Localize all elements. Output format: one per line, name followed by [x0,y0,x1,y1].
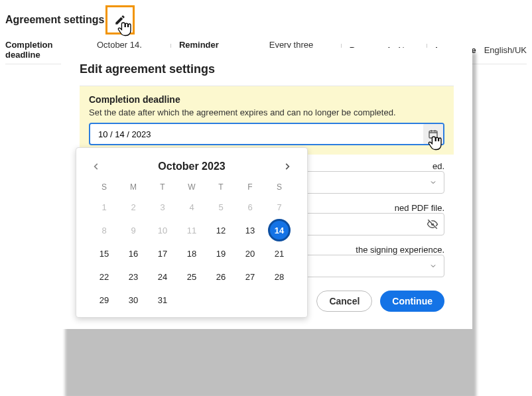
calendar-day: 10 [148,223,177,238]
chevron-down-icon [429,178,437,186]
calendar-day[interactable]: 31 [148,293,177,308]
cursor-hand-icon [117,19,135,38]
edit-agreement-button[interactable] [105,5,135,34]
calendar-day: 6 [235,200,265,215]
cancel-button[interactable]: Cancel [316,291,372,312]
calendar-dow: T [148,182,177,192]
calendar-day[interactable]: 12 [206,223,235,238]
calendar-day[interactable]: 24 [148,269,177,285]
deadline-label: Completion deadline [89,94,444,105]
calendar-dow: S [90,182,119,192]
calendar-day[interactable]: 19 [206,246,235,261]
calendar-day[interactable]: 27 [235,269,265,285]
calendar-day[interactable]: 18 [177,246,206,261]
calendar-day[interactable]: 20 [235,246,265,261]
calendar-day[interactable]: 23 [119,269,148,285]
calendar-day[interactable]: 30 [119,293,148,308]
calendar-day: 11 [177,223,206,238]
calendar-dow: M [119,182,148,192]
calendar-day[interactable]: 22 [90,269,119,285]
calendar-day[interactable]: 26 [206,269,235,285]
calendar-month-label: October 2023 [158,161,225,172]
calendar-day: 7 [265,200,294,215]
calendar-day: 3 [148,200,177,215]
calendar-day[interactable]: 28 [265,269,294,285]
chevron-down-icon [429,262,437,270]
calendar-day: 1 [90,200,119,215]
calendar-day[interactable]: 17 [148,246,177,261]
calendar-dow: W [177,182,206,192]
chevron-left-icon [92,162,101,171]
page-title: Agreement settings [5,14,104,26]
calendar-day: 9 [119,223,148,238]
deadline-desc: Set the date after which the agreement e… [89,107,444,117]
chevron-right-icon [283,162,292,171]
continue-button[interactable]: Continue [380,291,444,312]
calendar-day[interactable]: 21 [265,246,294,261]
prev-month-button[interactable] [90,160,103,173]
eye-off-icon[interactable] [427,218,438,230]
calendar-dow: F [235,182,265,192]
deadline-section: Completion deadline Set the date after w… [80,86,454,155]
calendar-day[interactable]: 13 [235,223,265,238]
calendar-day: 4 [177,200,206,215]
cursor-hand-icon [427,133,446,152]
calendar-dow: S [265,182,294,192]
summary-language-value: English/UK [484,45,527,55]
calendar-day[interactable]: 25 [177,269,206,285]
next-month-button[interactable] [281,160,294,173]
calendar-dow: T [206,182,235,192]
calendar-day: 5 [206,200,235,215]
calendar-day[interactable]: 15 [90,246,119,261]
modal-title: Edit agreement settings [80,62,454,76]
calendar-day: 8 [90,223,119,238]
calendar-day[interactable]: 16 [119,246,148,261]
calendar-day: 2 [119,200,148,215]
deadline-input[interactable] [89,123,444,145]
date-picker: October 2023 SMTWTFS12345678910111213141… [76,147,308,318]
calendar-grid: SMTWTFS123456789101112131415161718192021… [90,182,294,308]
calendar-day-selected[interactable]: 14 [268,219,291,241]
calendar-day[interactable]: 29 [90,293,119,308]
